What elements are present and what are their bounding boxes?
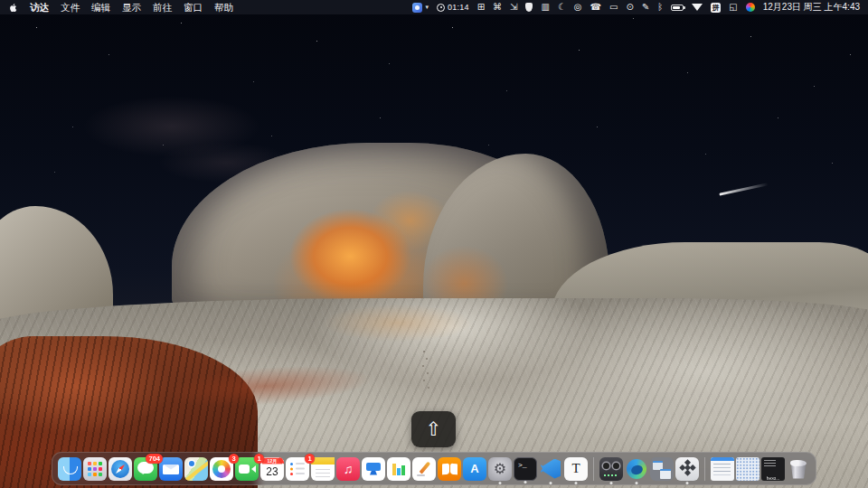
- dock-safari-icon[interactable]: [108, 457, 132, 481]
- shield-icon[interactable]: [525, 3, 533, 12]
- dock-window-manager-icon[interactable]: [650, 457, 674, 481]
- running-indicator: [686, 482, 689, 484]
- clock[interactable]: 12月23日 周三 上午4:43: [763, 1, 860, 14]
- dock-maps-icon[interactable]: [184, 457, 208, 481]
- dock-terminal-icon[interactable]: >_: [514, 457, 537, 481]
- keyboard-icon[interactable]: ▭: [609, 0, 618, 14]
- dock-numbers-icon[interactable]: [387, 457, 410, 481]
- calendar-badge: 1: [279, 457, 284, 464]
- minimized-window-label: hexo...: [764, 475, 783, 480]
- menu-edit[interactable]: 编辑: [91, 0, 110, 14]
- battery-icon[interactable]: [671, 5, 684, 11]
- dock-photos-icon[interactable]: 3: [210, 457, 233, 481]
- recording-time: 01:14: [448, 3, 469, 12]
- dock-trash-icon[interactable]: [787, 457, 810, 481]
- menu-finder[interactable]: 访达: [30, 0, 49, 14]
- screen-recording-timer[interactable]: 01:14: [437, 3, 469, 12]
- dock-separator: [593, 457, 594, 481]
- running-indicator: [499, 482, 502, 484]
- minimized-image-window[interactable]: [736, 457, 760, 481]
- dock-launchpad-icon[interactable]: [83, 457, 107, 481]
- wifi-icon[interactable]: [692, 4, 703, 11]
- glow-reflection: [298, 298, 497, 348]
- terminal-prompt: >_: [518, 461, 527, 469]
- dock-reminders-icon[interactable]: 1: [286, 457, 309, 481]
- phone-icon[interactable]: ☎: [590, 0, 601, 14]
- dock-typora-icon[interactable]: T: [564, 457, 588, 481]
- menu-file[interactable]: 文件: [61, 0, 80, 14]
- menubar-app-icon[interactable]: [412, 3, 422, 13]
- dock-pages-icon[interactable]: [412, 457, 436, 481]
- sidebar-panes-icon[interactable]: ▥: [541, 0, 549, 14]
- moon-icon[interactable]: ☾: [558, 0, 566, 14]
- messages-badge: 704: [146, 454, 163, 464]
- dock-audio-utility-icon[interactable]: [599, 457, 623, 481]
- dock-separator: [704, 457, 705, 481]
- dock-facetime-icon[interactable]: 1: [235, 457, 259, 481]
- dock-keynote-icon[interactable]: [362, 457, 385, 481]
- menu-bar-left: 访达 文件 编辑 显示 前往 窗口 帮助: [8, 0, 233, 14]
- dock-app-store-icon[interactable]: A: [463, 457, 486, 481]
- menu-help[interactable]: 帮助: [214, 0, 233, 14]
- screenshot-icon[interactable]: ◱: [729, 0, 737, 14]
- location-icon[interactable]: ◎: [574, 0, 582, 14]
- calendar-day: 23: [260, 465, 284, 481]
- dock-dropbox-icon[interactable]: [675, 457, 699, 481]
- siri-icon[interactable]: [746, 3, 755, 12]
- app-store-letter: A: [470, 462, 478, 475]
- running-indicator: [636, 482, 638, 484]
- bluetooth-icon[interactable]: ᛒ: [657, 0, 663, 14]
- minimized-terminal-window[interactable]: hexo...: [761, 457, 785, 481]
- chevron-down-icon[interactable]: ▾: [426, 0, 429, 14]
- menu-window[interactable]: 窗口: [184, 0, 203, 14]
- running-indicator: [524, 481, 527, 483]
- menu-go[interactable]: 前往: [153, 0, 172, 14]
- command-icon[interactable]: ⌘: [493, 0, 502, 14]
- minimized-finder-window[interactable]: [711, 457, 734, 481]
- desktop: 访达 文件 编辑 显示 前往 窗口 帮助 ▾ 01:14 ⊞ ⌘ ⇲ ▥ ☾ ◎…: [0, 0, 868, 488]
- dock-notes-icon[interactable]: [311, 457, 335, 481]
- reminders-badge: 1: [305, 454, 315, 464]
- menu-bar: 访达 文件 编辑 显示 前往 窗口 帮助 ▾ 01:14 ⊞ ⌘ ⇲ ▥ ☾ ◎…: [0, 0, 868, 14]
- dock-vscode-icon[interactable]: [539, 457, 562, 481]
- dial-icon[interactable]: ⊙: [627, 0, 634, 14]
- typora-letter: T: [571, 461, 580, 476]
- dock-music-icon[interactable]: ♫: [336, 457, 360, 481]
- running-indicator: [575, 482, 578, 484]
- dock-finder-icon[interactable]: [58, 457, 81, 481]
- music-note-icon: ♫: [344, 462, 354, 476]
- facetime-badge: 1: [254, 454, 264, 464]
- dock: 704 3 1 12月 23 1 1 ♫ A ⚙ >_ T hexo...: [52, 452, 816, 485]
- fullscreen-icon[interactable]: ⇲: [510, 0, 517, 14]
- dock-system-settings-icon[interactable]: ⚙: [488, 457, 512, 481]
- footprint-trail: [423, 351, 425, 352]
- input-method-icon[interactable]: 拼: [711, 3, 721, 13]
- running-indicator: [610, 482, 613, 484]
- running-indicator: [550, 482, 552, 484]
- record-icon: [437, 4, 445, 12]
- dock-messages-icon[interactable]: 704: [134, 457, 157, 481]
- gear-icon: ⚙: [494, 460, 506, 477]
- dock-edge-icon[interactable]: [625, 457, 648, 481]
- dock-books-icon[interactable]: [438, 457, 461, 481]
- window-grid-icon[interactable]: ⊞: [477, 0, 485, 14]
- shift-arrow-icon: ⇧: [426, 418, 442, 440]
- shift-capslock-hud: ⇧: [411, 411, 456, 447]
- dock-calendar-icon[interactable]: 12月 23 1: [260, 457, 284, 481]
- menu-bar-status-area: ▾ 01:14 ⊞ ⌘ ⇲ ▥ ☾ ◎ ☎ ▭ ⊙ ✎ ᛒ 拼 ◱ 12月23日…: [412, 0, 860, 14]
- dock-mail-icon[interactable]: [159, 457, 183, 481]
- menu-view[interactable]: 显示: [122, 0, 141, 14]
- pencil-icon[interactable]: ✎: [642, 0, 649, 14]
- apple-menu-icon[interactable]: [8, 3, 18, 13]
- photos-badge: 3: [229, 454, 239, 464]
